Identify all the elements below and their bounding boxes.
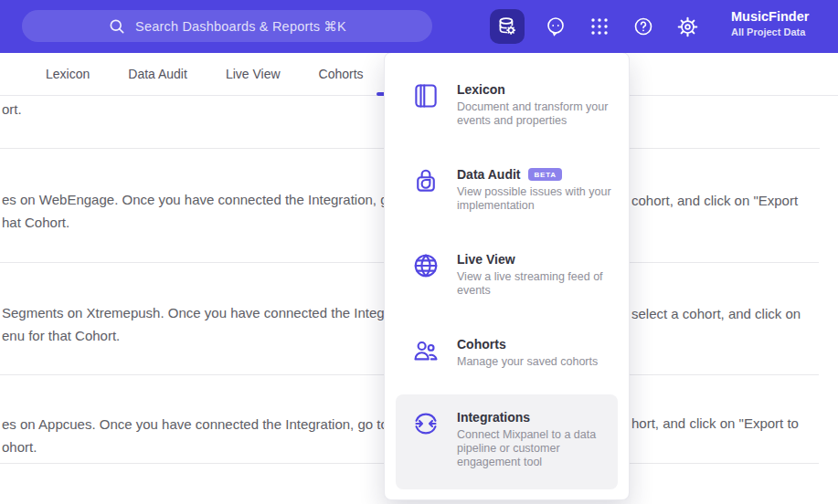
users-icon (412, 337, 441, 369)
search-icon (108, 17, 126, 36)
table-row: enu for that Cohort. (2, 327, 120, 345)
menu-item-title: Integrations (457, 409, 530, 425)
project-name: MusicFinder (731, 8, 832, 26)
tab-data-audit[interactable]: Data Audit (128, 67, 187, 81)
feedback-button[interactable] (545, 9, 567, 44)
menu-item-cohorts[interactable]: Cohorts Manage your saved cohorts (385, 336, 629, 369)
settings-button[interactable] (676, 9, 698, 44)
menu-item-title: Live View (457, 251, 515, 268)
tab-lexicon[interactable]: Lexicon (46, 67, 90, 81)
table-row: es on Appcues. Once you have connected t… (2, 415, 426, 434)
help-button[interactable] (632, 9, 654, 44)
menu-item-description: Document and transform your events and p… (457, 100, 616, 128)
table-row: es on WebEngage. Once you have connected… (2, 191, 434, 209)
menu-item-lexicon[interactable]: Lexicon Document and transform your even… (385, 81, 629, 128)
search-input[interactable]: Search Dashboards & Reports ⌘K (22, 10, 432, 42)
menu-item-description: Manage your saved cohorts (457, 355, 598, 369)
table-row: select a cohort, and click on (631, 305, 801, 323)
apps-grid-icon (589, 16, 610, 37)
search-placeholder: Search Dashboards & Reports ⌘K (135, 19, 346, 34)
menu-item-title: Lexicon (457, 81, 505, 98)
menu-item-description: Connect Mixpanel to a data pipeline or c… (457, 428, 609, 469)
data-management-menu: Lexicon Document and transform your even… (384, 52, 630, 500)
apps-button[interactable] (589, 9, 610, 44)
table-row-fragment: ort. (2, 100, 22, 119)
top-header: Search Dashboards & Reports ⌘K (0, 0, 838, 53)
globe-icon (412, 252, 441, 298)
menu-item-title: Data Audit (457, 166, 520, 183)
tab-live-view[interactable]: Live View (226, 67, 281, 81)
menu-item-description: View a live streaming feed of events (457, 270, 616, 298)
database-gear-icon (495, 15, 519, 38)
menu-item-title: Cohorts (457, 336, 506, 352)
table-row: hat Cohort. (2, 214, 69, 232)
table-row: hort, and click on "Export to (631, 415, 799, 433)
table-row: cohort, and click on "Export (631, 192, 798, 210)
tab-cohorts[interactable]: Cohorts (319, 67, 364, 81)
data-management-button[interactable] (490, 9, 525, 44)
table-row: Segments on Xtremepush. Once you have co… (2, 304, 422, 322)
settings-gear-icon (676, 16, 699, 38)
project-subtitle: All Project Data (731, 26, 832, 39)
audit-lock-icon (412, 167, 441, 213)
book-icon (412, 82, 441, 128)
menu-item-data-audit[interactable]: Data Audit BETA View possible issues wit… (385, 166, 629, 213)
help-icon (632, 16, 654, 37)
beta-badge: BETA (528, 168, 561, 181)
menu-item-description: View possible issues with your implement… (457, 185, 616, 213)
table-row: ohort. (2, 438, 37, 457)
feedback-chat-icon (545, 16, 567, 37)
menu-item-live-view[interactable]: Live View View a live streaming feed of … (385, 251, 629, 298)
mixpanel-app: ort. es on WebEngage. Once you have conn… (0, 0, 838, 504)
menu-item-integrations[interactable]: Integrations Connect Mixpanel to a data … (396, 394, 618, 489)
sync-arrows-icon (412, 410, 441, 469)
project-switcher[interactable]: MusicFinder All Project Data (731, 8, 832, 39)
